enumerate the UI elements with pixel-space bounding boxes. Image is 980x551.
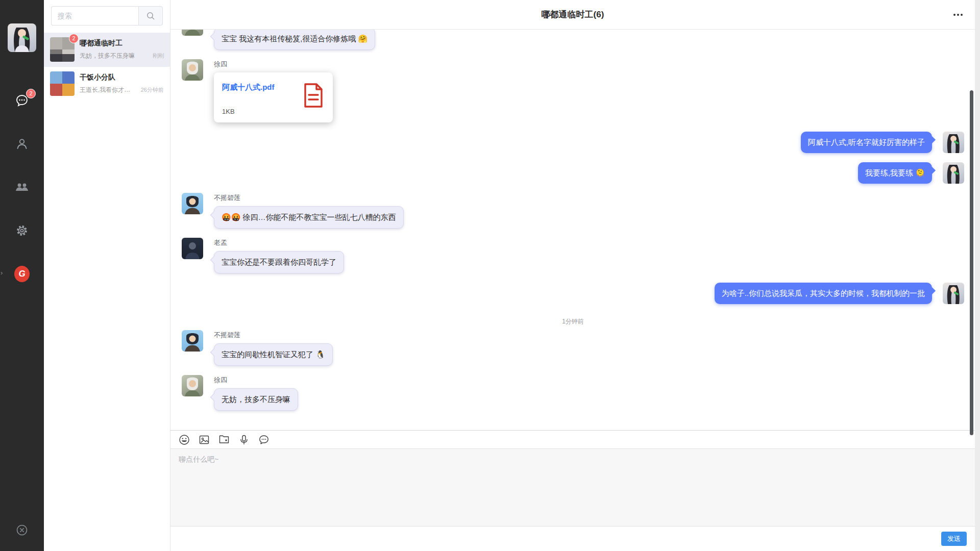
message-row: 阿威十八式,听名字就好厉害的样子 <box>182 132 964 153</box>
avatar-xusi[interactable] <box>182 375 203 396</box>
chat-app-window: 2 G <box>0 0 975 551</box>
current-user-avatar[interactable] <box>8 23 36 52</box>
message-author: 老孟 <box>214 238 344 247</box>
group-avatar-ganfan <box>50 71 75 96</box>
search-input[interactable] <box>51 6 138 26</box>
message-list: 徐四 宝宝 我这有本祖传秘笈,很适合你修炼哦 🤗 徐四 阿威十八式.pdf 1K… <box>170 30 975 430</box>
file-size: 1KB <box>222 108 275 115</box>
message-history-button[interactable] <box>258 434 270 445</box>
conversation-time: 26分钟前 <box>141 86 164 94</box>
nav-chats-button[interactable]: 2 <box>14 93 30 108</box>
message-row: 徐四 宝宝 我这有本祖传秘笈,很适合你修炼哦 🤗 <box>182 30 964 50</box>
pdf-document-icon <box>303 83 324 108</box>
avatar-xusi[interactable] <box>182 30 203 36</box>
conversation-preview: 无妨，技多不压身嘛 <box>80 52 150 60</box>
message-row: 徐四 无妨，技多不压身嘛 <box>182 375 964 411</box>
conversation-name: 哪都通临时工 <box>80 39 164 48</box>
compose-footer: 发送 <box>170 526 975 551</box>
settings-gear-icon <box>15 223 29 238</box>
search-button[interactable] <box>138 6 163 26</box>
nav-contacts-button[interactable] <box>14 136 30 152</box>
message-bubble: 宝宝 我这有本祖传秘笈,很适合你修炼哦 🤗 <box>214 30 375 50</box>
contacts-person-icon <box>15 137 29 151</box>
chat-title: 哪都通临时工(6) <box>542 9 604 20</box>
chat-header: 哪都通临时工(6) <box>170 0 975 30</box>
nav-close-button[interactable] <box>14 522 30 538</box>
conversation-list-panel: 2 哪都通临时工 无妨，技多不压身嘛 刚刚 干饭小分队 王道长,我看你才… 26… <box>44 0 170 551</box>
conversation-time: 刚刚 <box>153 52 164 60</box>
message-row: 不摇碧莲 宝宝的间歇性机智证又犯了 🐧 <box>182 330 964 366</box>
nav-settings-button[interactable] <box>14 223 30 238</box>
composer: 发送 <box>170 430 975 551</box>
send-button[interactable]: 发送 <box>941 532 967 546</box>
nav-groups-button[interactable] <box>14 180 30 195</box>
composer-toolbar <box>170 431 975 448</box>
message-bubble-icon <box>258 434 270 445</box>
conversation-preview: 王道长,我看你才… <box>80 86 138 94</box>
emoji-smiley-icon <box>179 434 190 445</box>
message-bubble: 我要练,我要练 🫠 <box>858 162 932 184</box>
message-row: 我要练,我要练 🫠 <box>182 162 964 184</box>
message-author: 不摇碧莲 <box>214 193 404 203</box>
microphone-icon <box>238 434 250 445</box>
file-button[interactable] <box>218 434 230 445</box>
message-bubble: 宝宝你还是不要跟着你四哥乱学了 <box>214 251 344 273</box>
avatar-xusi[interactable] <box>182 59 203 81</box>
compose-area <box>170 448 975 526</box>
message-bubble: 阿威十八式,听名字就好厉害的样子 <box>801 132 932 153</box>
avatar-baobao[interactable] <box>943 283 964 304</box>
avatar-buyaobilian[interactable] <box>182 330 203 352</box>
conversation-item-ganfan[interactable]: 干饭小分队 王道长,我看你才… 26分钟前 <box>44 67 170 101</box>
group-people-icon <box>15 180 29 194</box>
file-name: 阿威十八式.pdf <box>222 83 275 92</box>
voice-button[interactable] <box>238 434 250 445</box>
chevron-expand-icon[interactable]: › <box>1 269 3 277</box>
nav-app-logo-button[interactable]: G <box>14 266 30 282</box>
message-row: 徐四 阿威十八式.pdf 1KB <box>182 59 964 122</box>
conversation-name: 干饭小分队 <box>80 73 164 82</box>
message-bubble: 宝宝的间歇性机智证又犯了 🐧 <box>214 343 333 366</box>
group-avatar-nadutong: 2 <box>50 37 75 62</box>
image-picture-icon <box>199 434 210 445</box>
message-bubble: 🤬🤬 徐四…你能不能不教宝宝一些乱七八糟的东西 <box>214 206 404 229</box>
search-icon <box>146 11 155 20</box>
more-ellipsis-icon[interactable] <box>952 11 964 19</box>
message-bubble: 无妨，技多不压身嘛 <box>214 388 298 411</box>
chat-panel: 哪都通临时工(6) 徐四 宝宝 我这有本祖传秘笈,很适合你修炼哦 🤗 <box>170 0 975 551</box>
message-author: 徐四 <box>214 60 333 69</box>
image-button[interactable] <box>199 434 210 445</box>
chat-scrollbar-thumb[interactable] <box>970 90 973 435</box>
avatar-baobao[interactable] <box>943 132 964 153</box>
unread-badge: 2 <box>69 34 79 43</box>
folder-file-icon <box>218 434 230 445</box>
avatar-buyaobilian[interactable] <box>182 193 203 214</box>
emoji-button[interactable] <box>179 434 190 445</box>
message-row: 不摇碧莲 🤬🤬 徐四…你能不能不教宝宝一些乱七八糟的东西 <box>182 193 964 229</box>
search-row <box>44 0 170 33</box>
message-bubble: 为啥子..你们总说我呆瓜，其实大多的时候，我都机制的一批 <box>715 283 932 304</box>
unread-badge: 2 <box>26 89 36 98</box>
conversation-item-nadutong[interactable]: 2 哪都通临时工 无妨，技多不压身嘛 刚刚 <box>44 33 170 67</box>
message-author: 徐四 <box>214 375 298 385</box>
time-divider: 1分钟前 <box>182 317 964 326</box>
close-circle-icon <box>15 523 29 537</box>
message-row: 为啥子..你们总说我呆瓜，其实大多的时候，我都机制的一批 <box>182 283 964 304</box>
avatar-baobao[interactable] <box>943 162 964 184</box>
file-attachment-card[interactable]: 阿威十八式.pdf 1KB <box>214 72 333 122</box>
message-row: 老孟 宝宝你还是不要跟着你四哥乱学了 <box>182 238 964 273</box>
nav-rail: 2 G <box>0 0 44 551</box>
user-avatar-art <box>8 23 36 52</box>
message-author: 不摇碧莲 <box>214 331 333 340</box>
message-input[interactable] <box>178 454 968 521</box>
g-logo-icon: G <box>14 266 30 282</box>
avatar-laomeng[interactable] <box>182 238 203 259</box>
